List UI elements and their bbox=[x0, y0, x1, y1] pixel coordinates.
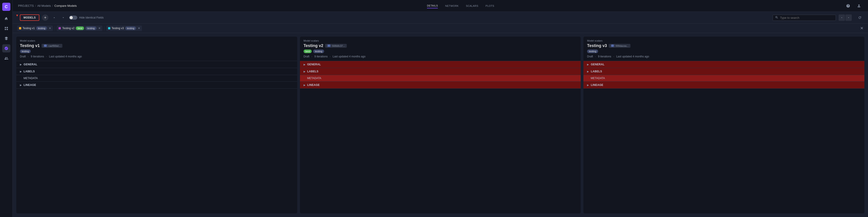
prev-result-button[interactable] bbox=[839, 14, 845, 21]
sidebar: C bbox=[0, 0, 13, 217]
help-button[interactable] bbox=[844, 2, 852, 9]
tab-v3-dot bbox=[108, 27, 110, 29]
chevron-v2-general: ▶ bbox=[304, 63, 305, 66]
chevron-v1-lineage: ▶ bbox=[20, 84, 22, 86]
section-v1-metadata[interactable]: METADATA bbox=[16, 75, 297, 82]
section-v2-general[interactable]: ▶ GENERAL bbox=[300, 61, 581, 68]
chevron-v1-labels: ▶ bbox=[20, 70, 22, 73]
sort-desc-button[interactable] bbox=[60, 14, 66, 21]
next-result-button[interactable] bbox=[845, 14, 852, 21]
tab-v2-badge-testing: testing bbox=[86, 26, 96, 30]
panel-v1-tag-testing: testing bbox=[20, 50, 31, 53]
panel-v1-meta: Draft · 9 iterations · Last updated 4 mo… bbox=[20, 55, 293, 58]
panel-v2-header: Model scalars Testing v2 ID 568b8c37... … bbox=[300, 37, 581, 61]
panel-v3-body: ▶ GENERAL ▶ LABELS METADATA ▶ LINEAGE bbox=[583, 61, 864, 213]
section-v1-general[interactable]: ▶ GENERAL bbox=[16, 61, 297, 68]
tab-v2-dot bbox=[59, 27, 61, 29]
panel-v1-label: Model scalars bbox=[20, 39, 293, 42]
add-model-button[interactable]: + bbox=[42, 14, 49, 21]
panel-v1-tags: testing bbox=[20, 50, 293, 53]
sidebar-item-dashboard[interactable] bbox=[2, 24, 10, 33]
panel-v1-id-badge: ID caef90bd... bbox=[41, 44, 62, 48]
sidebar-item-models[interactable] bbox=[2, 44, 10, 53]
header-actions bbox=[844, 2, 863, 9]
refresh-button[interactable] bbox=[856, 14, 864, 21]
svg-rect-0 bbox=[5, 27, 6, 28]
search-input[interactable] bbox=[780, 16, 833, 20]
panel-v2-tag-best: best bbox=[304, 50, 312, 53]
section-v3-lineage[interactable]: ▶ LINEAGE bbox=[583, 82, 864, 89]
tab-v3-badge-testing: testing bbox=[125, 26, 136, 30]
panel-v3-header: Model scalars Testing v3 ID 999dacea... … bbox=[583, 37, 864, 61]
hide-identical-toggle[interactable]: Hide Identical Fields bbox=[69, 16, 103, 20]
model-tab-v1[interactable]: Testing v1 testing ✕ bbox=[17, 26, 53, 31]
sidebar-item-layers[interactable] bbox=[2, 34, 10, 42]
tab-network[interactable]: NETWORK bbox=[445, 4, 459, 8]
chevron-v2-lineage: ▶ bbox=[304, 84, 305, 86]
section-v1-labels[interactable]: ▶ LABELS bbox=[16, 68, 297, 75]
sort-asc-button[interactable] bbox=[51, 14, 57, 21]
tab-scalars[interactable]: SCALARS bbox=[466, 4, 478, 8]
panel-v3-id-value: 999dacea... bbox=[616, 44, 629, 47]
section-v2-labels[interactable]: ▶ LABELS bbox=[300, 68, 581, 75]
search-box[interactable] bbox=[773, 15, 836, 21]
breadcrumb-projects[interactable]: PROJECTS bbox=[18, 4, 34, 7]
tab-v2-close[interactable]: ✕ bbox=[98, 27, 101, 30]
panel-v3-title-text: Testing v3 bbox=[587, 43, 607, 48]
tab-v3-close[interactable]: ✕ bbox=[138, 27, 140, 30]
panel-v1-title: Testing v1 ID caef90bd... bbox=[20, 43, 293, 48]
toggle-knob bbox=[70, 16, 73, 19]
user-button[interactable] bbox=[855, 2, 863, 9]
section-v3-labels[interactable]: ▶ LABELS bbox=[583, 68, 864, 75]
panel-v2-title: Testing v2 ID 568b8c37... bbox=[304, 43, 577, 48]
model-tab-v3[interactable]: Testing v3 testing ✕ bbox=[106, 26, 142, 31]
tab-v1-close[interactable]: ✕ bbox=[49, 27, 51, 30]
section-v2-metadata[interactable]: METADATA bbox=[300, 75, 581, 82]
section-v2-lineage[interactable]: ▶ LINEAGE bbox=[300, 82, 581, 89]
svg-rect-3 bbox=[6, 29, 8, 30]
model-panel-v2: Model scalars Testing v2 ID 568b8c37... … bbox=[300, 37, 581, 213]
toggle-switch[interactable] bbox=[69, 16, 77, 20]
section-v3-metadata[interactable]: METADATA bbox=[583, 75, 864, 82]
panel-v1-title-text: Testing v1 bbox=[20, 43, 40, 48]
models-button[interactable]: MODELS bbox=[20, 14, 39, 21]
section-v3-general[interactable]: ▶ GENERAL bbox=[583, 61, 864, 68]
panel-v2-tag-testing: testing bbox=[313, 50, 324, 53]
tab-plots[interactable]: PLOTS bbox=[486, 4, 494, 8]
model-tab-v2[interactable]: Testing v2 best testing ✕ bbox=[57, 26, 102, 31]
sidebar-item-home[interactable] bbox=[2, 14, 10, 23]
svg-rect-2 bbox=[5, 29, 6, 30]
tab-sep-2 bbox=[104, 26, 104, 31]
tab-details[interactable]: DETAILS bbox=[427, 3, 438, 8]
panel-v2-label: Model scalars bbox=[304, 39, 577, 42]
svg-rect-1 bbox=[6, 27, 8, 28]
breadcrumb-sep1: / bbox=[35, 4, 36, 7]
model-tabs-bar: Testing v1 testing ✕ Testing v2 best tes… bbox=[13, 24, 868, 33]
compare-panels: Model scalars Testing v1 ID caef90bd... … bbox=[13, 33, 868, 217]
tab-v3-name: Testing v3 bbox=[112, 27, 124, 30]
toolbar: MODELS + Hide Identical Fields bbox=[13, 12, 868, 24]
breadcrumb-current: Compare Models bbox=[55, 4, 77, 7]
breadcrumb: PROJECTS / All Models / Compare Models bbox=[18, 4, 77, 7]
panel-v2-meta: Draft · 9 iterations · Last updated 4 mo… bbox=[304, 55, 577, 58]
tab-v1-dot bbox=[19, 27, 21, 29]
close-all-tabs-button[interactable]: ✕ bbox=[860, 26, 864, 31]
panel-v2-title-text: Testing v2 bbox=[304, 43, 323, 48]
breadcrumb-all-models[interactable]: All Models bbox=[37, 4, 51, 7]
panel-v1-header: Model scalars Testing v1 ID caef90bd... … bbox=[16, 37, 297, 61]
panel-v2-tags: best testing bbox=[304, 50, 577, 53]
chevron-v1-general: ▶ bbox=[20, 63, 22, 66]
tab-v1-badge-testing: testing bbox=[36, 26, 47, 30]
model-panel-v3: Model scalars Testing v3 ID 999dacea... … bbox=[583, 37, 864, 213]
panel-v1-body: ▶ GENERAL ▶ LABELS METADATA ▶ LINEAGE bbox=[16, 61, 297, 213]
model-panel-v1: Model scalars Testing v1 ID caef90bd... … bbox=[16, 37, 297, 213]
main-content: PROJECTS / All Models / Compare Models D… bbox=[13, 0, 868, 217]
tab-v1-name: Testing v1 bbox=[23, 27, 35, 30]
top-header: PROJECTS / All Models / Compare Models D… bbox=[13, 0, 868, 12]
search-nav-arrows bbox=[839, 14, 852, 21]
sidebar-item-integrations[interactable] bbox=[2, 54, 10, 62]
chevron-v3-labels: ▶ bbox=[587, 70, 589, 73]
tab-navigation: DETAILS NETWORK SCALARS PLOTS bbox=[427, 3, 494, 8]
logo[interactable]: C bbox=[2, 3, 10, 11]
section-v1-lineage[interactable]: ▶ LINEAGE bbox=[16, 82, 297, 89]
